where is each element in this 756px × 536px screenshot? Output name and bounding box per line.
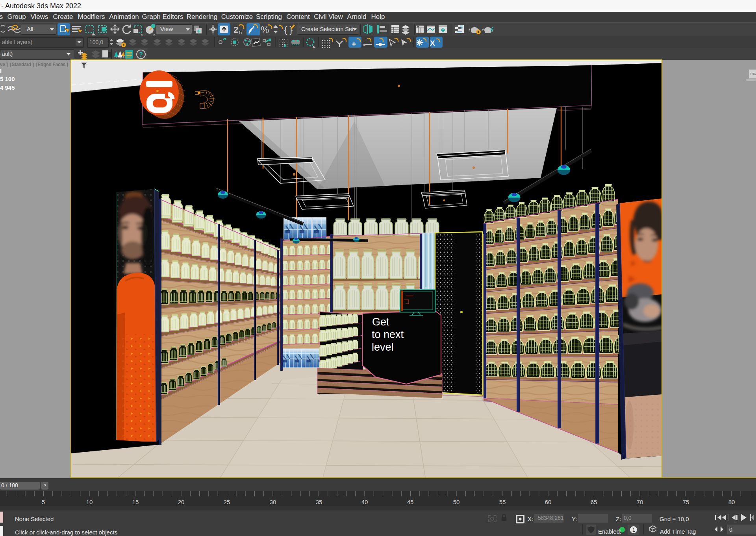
- svg-text:55: 55: [499, 499, 506, 505]
- svg-text:15: 15: [132, 499, 139, 505]
- svg-text:50: 50: [453, 499, 460, 505]
- svg-text:A: A: [284, 43, 287, 48]
- svg-text:X: X: [430, 39, 435, 47]
- svg-text:Get: Get: [372, 316, 389, 328]
- svg-text:70: 70: [637, 499, 643, 505]
- svg-text:%: %: [261, 24, 269, 35]
- svg-text:60: 60: [545, 499, 552, 505]
- svg-text:80: 80: [728, 499, 735, 505]
- svg-text:{ }: { }: [284, 25, 293, 35]
- svg-text:?: ?: [139, 51, 143, 58]
- svg-text:45: 45: [407, 499, 414, 505]
- svg-text:75: 75: [683, 499, 689, 505]
- svg-text:20: 20: [178, 499, 185, 505]
- svg-text:level: level: [372, 341, 394, 353]
- svg-text:25: 25: [224, 499, 230, 505]
- svg-text:65: 65: [591, 499, 597, 505]
- svg-text:30: 30: [270, 499, 276, 505]
- svg-text:1: 1: [632, 527, 635, 533]
- svg-text:40: 40: [361, 499, 368, 505]
- svg-text:to next: to next: [372, 329, 404, 340]
- svg-text:0: 0: [729, 527, 732, 533]
- svg-text:35: 35: [316, 499, 322, 505]
- svg-text:5: 5: [42, 499, 45, 505]
- svg-text:10: 10: [86, 499, 93, 505]
